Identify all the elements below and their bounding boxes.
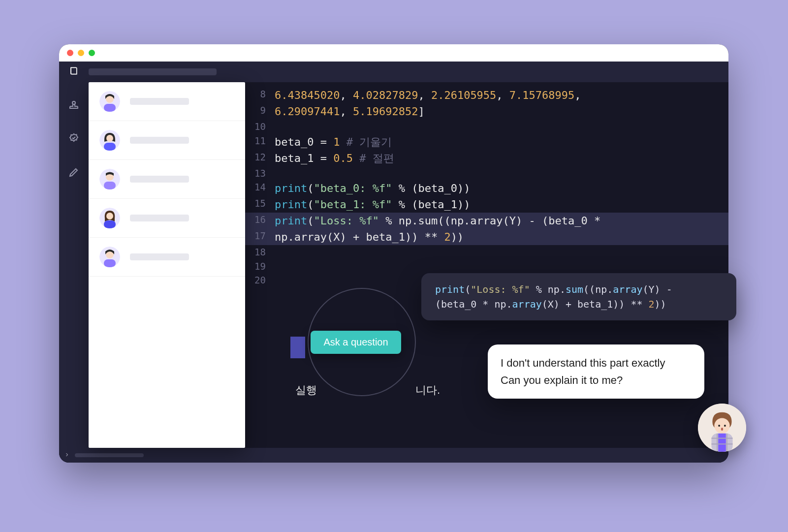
close-window-button[interactable] (67, 50, 73, 56)
code-content: np.array(X) + beta_1)) ** 2)) (275, 229, 464, 245)
avatar (99, 130, 120, 151)
app-window: 86.43845020, 4.02827829, 2.26105955, 7.1… (59, 44, 728, 463)
svg-point-0 (72, 101, 75, 104)
svg-rect-15 (104, 259, 116, 267)
person-row[interactable] (89, 82, 245, 121)
line-number: 11 (245, 134, 275, 150)
maximize-window-button[interactable] (89, 50, 95, 56)
line-number: 18 (245, 245, 275, 259)
line-number: 9 (245, 103, 275, 120)
code-line[interactable]: 12beta_1 = 0.5 # 절편 (245, 150, 728, 166)
code-line[interactable]: 96.29097441, 5.19692852] (245, 103, 728, 120)
pencil-icon[interactable] (68, 166, 80, 180)
code-line[interactable]: 13 (245, 166, 728, 181)
line-number: 8 (245, 87, 275, 103)
code-content: beta_0 = 1 # 기울기 (275, 134, 392, 150)
code-content: 6.29097441, 5.19692852] (275, 103, 425, 120)
line-number: 12 (245, 150, 275, 166)
line-number: 13 (245, 166, 275, 181)
chat-avatar (698, 404, 746, 452)
svg-point-17 (714, 418, 729, 433)
svg-rect-9 (104, 182, 116, 189)
chat-message: I don't understand this part exactly Can… (488, 344, 704, 399)
check-badge-icon[interactable] (68, 133, 80, 147)
status-placeholder (75, 453, 144, 457)
person-row[interactable] (89, 121, 245, 160)
code-line[interactable]: 15print("beta_1: %f" % (beta_1)) (245, 196, 728, 213)
line-number: 20 (245, 273, 275, 287)
avatar (99, 91, 120, 112)
code-content: beta_1 = 0.5 # 절편 (275, 150, 394, 166)
code-line[interactable]: 18 (245, 245, 728, 259)
code-line[interactable]: 86.43845020, 4.02827829, 2.26105955, 7.1… (245, 87, 728, 103)
chat-line: I don't understand this part exactly (501, 354, 692, 372)
window-titlebar (59, 44, 728, 62)
code-line[interactable]: 14print("beta_0: %f" % (beta_0)) (245, 180, 728, 196)
svg-point-20 (721, 428, 723, 431)
code-line[interactable]: 19 (245, 259, 728, 274)
line-number: 10 (245, 120, 275, 134)
run-button-edge[interactable] (290, 337, 305, 358)
person-name-placeholder (130, 98, 189, 105)
code-line[interactable]: 17np.array(X) + beta_1)) ** 2)) (245, 229, 728, 245)
ask-question-button[interactable]: Ask a question (311, 331, 401, 354)
code-line[interactable]: 11beta_0 = 1 # 기울기 (245, 134, 728, 150)
avatar (99, 208, 120, 228)
person-name-placeholder (130, 176, 189, 183)
code-snippet-tooltip: print("Loss: %f" % np.sum((np.array(Y) -… (421, 273, 736, 320)
person-row[interactable] (89, 199, 245, 238)
book-icon (69, 65, 79, 78)
code-line[interactable]: 10 (245, 120, 728, 134)
status-text: 실행니다. (295, 383, 440, 398)
line-number: 14 (245, 180, 275, 196)
person-name-placeholder (130, 215, 189, 221)
avatar (99, 247, 120, 267)
breadcrumb-placeholder (89, 68, 217, 75)
person-name-placeholder (130, 137, 189, 144)
tooltip-code-line: print("Loss: %f" % np.sum((np.array(Y) - (435, 282, 723, 297)
code-content: print("beta_1: %f" % (beta_1)) (275, 196, 470, 213)
minimize-window-button[interactable] (78, 50, 84, 56)
person-row[interactable] (89, 160, 245, 199)
line-number: 19 (245, 259, 275, 274)
svg-rect-3 (104, 104, 116, 112)
svg-point-5 (106, 135, 113, 142)
code-line[interactable]: 16print("Loss: %f" % np.sum((np.array(Y)… (245, 213, 728, 229)
bottom-status-bar (59, 448, 728, 463)
code-content: print("Loss: %f" % np.sum((np.array(Y) -… (275, 213, 607, 229)
chevron-right-icon[interactable] (64, 451, 70, 460)
line-number: 16 (245, 213, 275, 229)
svg-rect-12 (104, 220, 116, 228)
top-toolbar (59, 62, 728, 82)
stamp-icon[interactable] (68, 99, 80, 113)
svg-rect-22 (718, 434, 726, 452)
people-panel (89, 82, 245, 448)
line-number: 17 (245, 229, 275, 245)
person-row[interactable] (89, 238, 245, 277)
avatar (99, 169, 120, 189)
line-number: 15 (245, 196, 275, 213)
svg-point-18 (718, 425, 720, 427)
code-content: print("beta_0: %f" % (beta_0)) (275, 180, 470, 196)
svg-point-19 (724, 425, 726, 427)
icon-sidebar (59, 82, 89, 448)
svg-rect-6 (104, 143, 116, 151)
tooltip-code-line: (beta_0 * np.array(X) + beta_1)) ** 2)) (435, 297, 723, 312)
chat-line: Can you explain it to me? (501, 372, 692, 389)
svg-point-11 (106, 213, 113, 219)
code-content: 6.43845020, 4.02827829, 2.26105955, 7.15… (275, 87, 581, 103)
person-name-placeholder (130, 253, 189, 260)
